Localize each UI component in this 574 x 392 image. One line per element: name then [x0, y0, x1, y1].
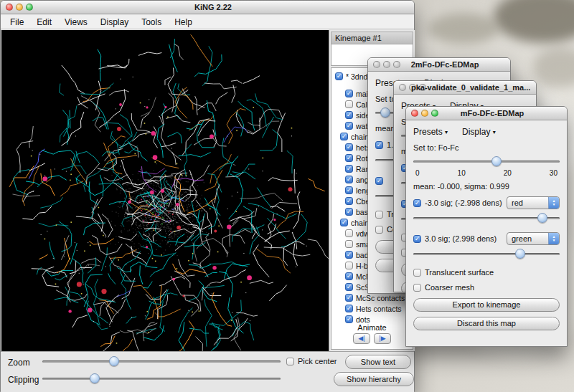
group-checkbox[interactable]: ✓ — [345, 165, 353, 173]
slider-track[interactable] — [413, 161, 560, 163]
titlebar[interactable]: KiNG 2.22 — [1, 1, 414, 14]
group-checkbox[interactable] — [345, 240, 353, 248]
king-main-window[interactable]: KiNG 2.22 FileEditViewsDisplayToolsHelp … — [0, 0, 415, 392]
group-label: dots — [356, 315, 370, 324]
option-checkbox[interactable] — [413, 269, 421, 277]
export-to-kinemage-button[interactable]: Export to kinemage — [413, 298, 560, 312]
menu-tools[interactable]: Tools — [135, 16, 168, 29]
pick-center-option[interactable]: Pick center — [286, 357, 337, 365]
group-checkbox[interactable]: ✓ — [345, 197, 353, 205]
option-label: Coarser mesh — [425, 283, 474, 292]
color-popup[interactable]: red▲▼ — [507, 196, 560, 209]
option-checkbox[interactable] — [413, 284, 421, 292]
close-button[interactable] — [399, 84, 406, 91]
group-checkbox[interactable]: ✓ — [345, 186, 353, 194]
clipping-label: Clipping — [8, 375, 39, 385]
slider[interactable] — [413, 156, 560, 168]
group-checkbox[interactable]: ✓ — [345, 111, 353, 119]
menu-bar: FileEditViewsDisplayToolsHelp — [1, 15, 414, 29]
level-checkbox[interactable]: ✓ — [375, 177, 383, 185]
group-checkbox[interactable] — [345, 229, 353, 237]
menu-display[interactable]: Display — [94, 16, 135, 29]
close-button[interactable] — [6, 4, 13, 11]
menu-file[interactable]: File — [4, 16, 30, 29]
animate-section: Animate ◀| |▶ — [331, 323, 413, 347]
slider[interactable] — [413, 213, 560, 224]
animate-next-button[interactable]: |▶ — [374, 333, 391, 344]
level-checkbox[interactable]: ✓ — [413, 235, 421, 243]
show-text-button[interactable]: Show text — [345, 355, 411, 369]
slider-thumb[interactable] — [380, 107, 390, 118]
option-checkbox[interactable] — [375, 226, 383, 234]
group-checkbox[interactable]: ✓ — [345, 176, 353, 183]
slider-tick-labels: 0102030 — [413, 169, 560, 177]
titlebar[interactable]: mFo-DFc-EDMap — [406, 107, 567, 120]
window-title: KiNG 2.22 — [18, 3, 408, 11]
zoom-label: Zoom — [8, 358, 30, 368]
window-title: 2mFo-DFc-EDMap — [385, 60, 504, 69]
clipping-slider[interactable] — [42, 373, 281, 384]
group-checkbox[interactable] — [345, 262, 353, 269]
tick-label: 0 — [415, 169, 420, 177]
show-hierarchy-button[interactable]: Show hierarchy — [334, 372, 414, 386]
titlebar[interactable]: pka-validate_0_validate_1_ma... — [394, 81, 536, 95]
desktop-background: KiNG 2.22 FileEditViewsDisplayToolsHelp … — [0, 0, 574, 392]
desktop-texture — [532, 47, 574, 87]
group-checkbox[interactable]: ✓ — [345, 315, 353, 323]
zoom-slider[interactable] — [42, 356, 281, 367]
group-checkbox[interactable]: ✓ — [345, 154, 353, 162]
view-controls-bar: Zoom Clipping Pick center Show text Show… — [1, 351, 414, 392]
molecule-viewport[interactable] — [1, 30, 329, 351]
close-button[interactable] — [411, 110, 418, 117]
slider-thumb[interactable] — [515, 249, 525, 259]
close-button[interactable] — [373, 61, 380, 68]
slider-track[interactable] — [413, 253, 560, 255]
group-checkbox[interactable]: ✓ — [345, 122, 353, 130]
desktop-texture — [428, 13, 499, 44]
option-row[interactable]: Coarser mesh — [413, 283, 560, 292]
level-checkbox[interactable]: ✓ — [413, 199, 421, 207]
slider-thumb[interactable] — [491, 156, 502, 166]
window-mfo-dfc-edmap[interactable]: mFo-DFc-EDMap Presets ▾Display ▾Set to: … — [405, 106, 568, 347]
tick-label: 10 — [458, 169, 466, 177]
titlebar[interactable]: 2mFo-DFc-EDMap — [368, 58, 510, 72]
level-checkbox[interactable]: ✓ — [375, 141, 383, 149]
menu-edit[interactable]: Edit — [30, 16, 58, 29]
group-checkbox[interactable]: ✓ — [345, 251, 353, 259]
group-checkbox[interactable]: ✓ — [345, 283, 353, 291]
group-checkbox[interactable] — [345, 100, 353, 108]
zoom-slider-track[interactable] — [42, 360, 281, 363]
animate-prev-button[interactable]: ◀| — [353, 333, 370, 344]
clipping-slider-thumb[interactable] — [90, 373, 100, 383]
color-popup-value: green — [507, 233, 548, 244]
menu-help[interactable]: Help — [168, 16, 199, 29]
contour-level-row: ✓-3.0 sig; (-2.998 dens)red▲▼ — [413, 196, 560, 209]
clipping-slider-track[interactable] — [42, 378, 281, 380]
group-checkbox[interactable]: ✓ — [340, 133, 348, 140]
group-checkbox[interactable]: ✓ — [345, 305, 353, 312]
tree-row[interactable]: ✓McSc contacts — [331, 292, 413, 303]
group-checkbox[interactable]: ✓ — [335, 72, 343, 80]
group-checkbox[interactable]: ✓ — [345, 90, 353, 97]
discard-this-map-button[interactable]: Discard this map — [413, 317, 560, 330]
zoom-slider-thumb[interactable] — [109, 356, 119, 366]
option-checkbox[interactable] — [375, 211, 383, 219]
color-popup[interactable]: green▲▼ — [507, 232, 560, 245]
slider[interactable] — [413, 249, 560, 260]
group-checkbox[interactable]: ✓ — [340, 219, 348, 226]
group-checkbox[interactable]: ✓ — [345, 208, 353, 216]
window-title: mFo-DFc-EDMap — [423, 109, 561, 118]
molecule-canvas[interactable] — [1, 30, 329, 351]
option-row[interactable]: Translucent surface — [413, 268, 560, 277]
popup-arrows-icon: ▲▼ — [548, 197, 559, 209]
tree-row[interactable]: ✓Hets contacts — [331, 303, 413, 314]
menu-display[interactable]: Display ▾ — [462, 127, 496, 137]
kinemage-list-item[interactable]: Kinemage #1 — [331, 32, 413, 44]
menu-presets[interactable]: Presets ▾ — [413, 127, 448, 137]
pick-center-checkbox[interactable] — [286, 358, 294, 365]
group-checkbox[interactable]: ✓ — [345, 294, 353, 302]
slider-thumb[interactable] — [537, 213, 547, 223]
group-checkbox[interactable]: ✓ — [345, 143, 353, 151]
menu-views[interactable]: Views — [58, 16, 94, 29]
group-checkbox[interactable]: ✓ — [345, 272, 353, 280]
